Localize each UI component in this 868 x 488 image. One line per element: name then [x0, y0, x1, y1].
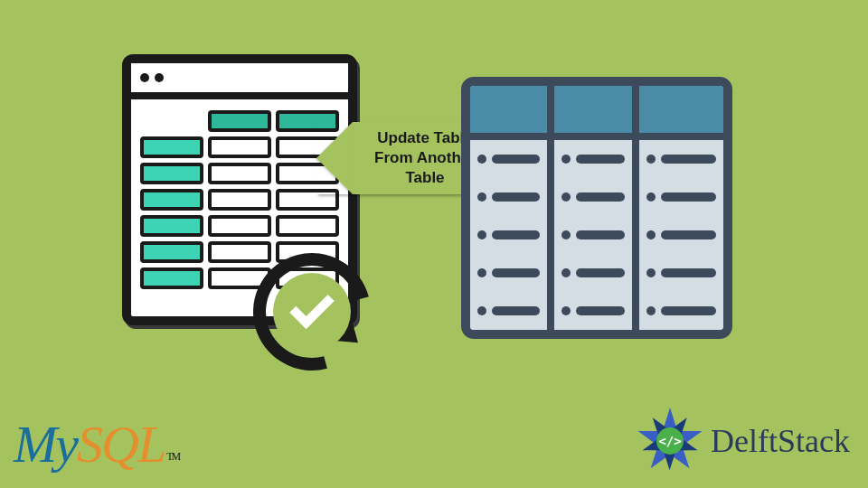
delftstack-text: DelftStack: [711, 422, 850, 460]
ss-cell: [208, 189, 271, 211]
db-cell: [554, 140, 638, 178]
arrow-head-icon: [316, 122, 353, 194]
window-dot: [140, 73, 149, 82]
mysql-logo: MySQLTM: [14, 414, 179, 474]
browser-header: [131, 63, 348, 99]
db-cell: [470, 254, 554, 292]
ss-cell: [208, 163, 271, 184]
db-cell: [554, 216, 638, 254]
ss-row-header: [140, 267, 203, 289]
refresh-check-icon: [253, 253, 371, 371]
db-cell: [639, 254, 723, 292]
db-cell: [639, 292, 723, 330]
db-cell: [639, 178, 723, 216]
ss-header-cell: [208, 110, 271, 132]
code-icon: </>: [656, 427, 684, 455]
db-cell: [470, 216, 554, 254]
db-cell: [554, 178, 638, 216]
db-header-cell: [554, 86, 638, 140]
db-cell: [470, 178, 554, 216]
ss-row-header: [140, 163, 203, 184]
db-cell: [470, 140, 554, 178]
ss-row-header: [140, 189, 203, 211]
db-cell: [639, 140, 723, 178]
db-header-cell: [470, 86, 554, 140]
db-cell: [639, 216, 723, 254]
check-icon: [289, 285, 334, 329]
mysql-tm: TM: [166, 450, 179, 464]
ss-cell: [208, 136, 271, 158]
ss-row-header: [140, 215, 203, 237]
check-circle: [273, 273, 351, 351]
ss-row-header: [140, 241, 203, 263]
db-header-cell: [639, 86, 723, 140]
db-cell: [554, 292, 638, 330]
ss-cell: [208, 215, 271, 237]
window-dot: [155, 73, 164, 82]
delftstack-logo: </> DelftStack: [637, 408, 850, 474]
mysql-my: My: [14, 414, 77, 474]
database-table-icon: [461, 77, 732, 339]
db-cell: [470, 292, 554, 330]
ss-row-header: [140, 136, 203, 158]
ss-cell: [276, 215, 339, 237]
delftstack-icon: </>: [637, 408, 703, 474]
mysql-sql: SQL: [77, 414, 165, 474]
db-cell: [554, 254, 638, 292]
